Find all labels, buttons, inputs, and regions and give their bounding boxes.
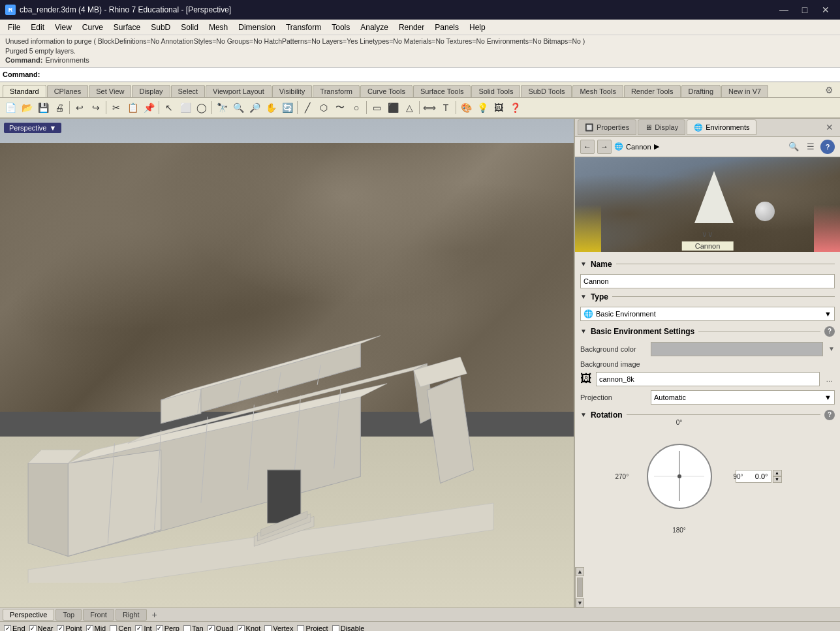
tool-copy[interactable]: 📋 <box>125 100 140 115</box>
nav-search-button[interactable]: 🔍 <box>786 140 801 154</box>
tool-paste[interactable]: 📌 <box>141 100 157 115</box>
tool-print[interactable]: 🖨 <box>52 100 67 115</box>
maximize-button[interactable]: □ <box>796 1 814 19</box>
tool-material[interactable]: 🎨 <box>458 100 474 115</box>
type-dropdown[interactable]: 🌐 Basic Environment ▼ <box>580 307 835 321</box>
osnap-perp-checkbox[interactable]: ✓ <box>156 625 163 631</box>
tool-save[interactable]: 💾 <box>35 100 51 115</box>
tab-surface-tools[interactable]: Surface Tools <box>413 85 471 97</box>
menu-render[interactable]: Render <box>394 20 429 35</box>
osnap-quad-checkbox[interactable]: ✓ <box>208 625 215 631</box>
scroll-thumb[interactable] <box>577 577 583 597</box>
osnap-disable-checkbox[interactable] <box>332 625 339 631</box>
tool-rotate[interactable]: 🔄 <box>279 100 295 115</box>
tab-setview[interactable]: Set View <box>89 85 131 97</box>
tool-open[interactable]: 📂 <box>19 100 35 115</box>
tab-environments[interactable]: 🌐 Environments <box>687 119 756 135</box>
osnap-knot-checkbox[interactable]: ✓ <box>238 625 245 631</box>
tool-zoom-extent[interactable]: 🔭 <box>214 100 230 115</box>
vp-tab-front[interactable]: Front <box>83 609 114 621</box>
projection-dropdown[interactable]: Automatic ▼ <box>651 390 835 405</box>
tab-mesh-tools[interactable]: Mesh Tools <box>572 85 623 97</box>
tool-window-select[interactable]: ⬜ <box>178 100 193 115</box>
tab-display[interactable]: Display <box>132 85 170 97</box>
menu-tools[interactable]: Tools <box>326 20 355 35</box>
menu-edit[interactable]: Edit <box>25 20 50 35</box>
rotation-help[interactable]: ? <box>824 410 835 420</box>
tab-render-tools[interactable]: Render Tools <box>624 85 681 97</box>
viewport[interactable]: Perspective ▼ <box>0 119 574 608</box>
tool-select[interactable]: ↖ <box>161 100 177 115</box>
menu-subd[interactable]: SubD <box>146 20 176 35</box>
rotation-decrement-button[interactable]: ▼ <box>773 476 782 483</box>
vp-tab-right[interactable]: Right <box>116 609 147 621</box>
tab-standard[interactable]: Standard <box>3 85 46 97</box>
minimize-button[interactable]: — <box>775 1 793 19</box>
tab-visibility[interactable]: Visibility <box>272 85 313 97</box>
nav-forward-button[interactable]: → <box>597 140 612 154</box>
panel-close-button[interactable]: ✕ <box>822 121 837 134</box>
osnap-cen-checkbox[interactable] <box>110 625 117 631</box>
tool-curve[interactable]: 〜 <box>332 100 348 115</box>
tool-text[interactable]: T <box>438 100 454 115</box>
basic-env-toggle[interactable]: ▼ <box>580 328 587 335</box>
tool-dimension[interactable]: ⟺ <box>422 100 437 115</box>
tool-polyline[interactable]: ⬡ <box>316 100 332 115</box>
tab-select[interactable]: Select <box>171 85 206 97</box>
tool-cut[interactable]: ✂ <box>108 100 124 115</box>
osnap-project-checkbox[interactable] <box>297 625 304 631</box>
tool-light[interactable]: 💡 <box>474 100 490 115</box>
tool-pan[interactable]: ✋ <box>263 100 279 115</box>
rotation-dial[interactable] <box>647 444 712 509</box>
tool-surface[interactable]: ▭ <box>369 100 384 115</box>
vp-tab-perspective[interactable]: Perspective <box>3 609 54 621</box>
name-section-toggle[interactable]: ▼ <box>580 260 587 268</box>
osnap-point-checkbox[interactable]: ✓ <box>57 625 64 631</box>
menu-curve[interactable]: Curve <box>77 20 108 35</box>
tab-properties[interactable]: 🔲 Properties <box>578 119 636 135</box>
menu-mesh[interactable]: Mesh <box>204 20 233 35</box>
tool-zoom-in[interactable]: 🔍 <box>230 100 246 115</box>
basic-env-help[interactable]: ? <box>824 326 835 337</box>
tab-subd-tools[interactable]: SubD Tools <box>521 85 572 97</box>
tool-zoom-out[interactable]: 🔎 <box>247 100 262 115</box>
osnap-near-checkbox[interactable]: ✓ <box>29 625 37 631</box>
tool-new[interactable]: 📄 <box>3 100 18 115</box>
menu-surface[interactable]: Surface <box>108 20 146 35</box>
viewport-label[interactable]: Perspective ▼ <box>4 123 61 133</box>
menu-view[interactable]: View <box>50 20 77 35</box>
tab-transform[interactable]: Transform <box>313 85 360 97</box>
close-button[interactable]: ✕ <box>817 1 835 19</box>
tool-extrude[interactable]: ⬛ <box>385 100 401 115</box>
menu-help[interactable]: Help <box>464 20 491 35</box>
bg-color-swatch[interactable] <box>651 342 823 356</box>
tool-help[interactable]: ❓ <box>507 100 523 115</box>
nav-help-button[interactable]: ? <box>820 140 835 154</box>
nav-back-button[interactable]: ← <box>580 140 595 154</box>
command-input[interactable] <box>42 70 837 78</box>
tab-cplanes[interactable]: CPlanes <box>47 85 89 97</box>
vp-tab-add-button[interactable]: + <box>148 608 161 621</box>
type-section-toggle[interactable]: ▼ <box>580 293 587 300</box>
tab-curve-tools[interactable]: Curve Tools <box>360 85 412 97</box>
osnap-vertex-checkbox[interactable] <box>264 625 272 631</box>
preview-chevrons[interactable]: ∨∨ <box>702 230 713 239</box>
menu-transform[interactable]: Transform <box>281 20 326 35</box>
osnap-tan-checkbox[interactable] <box>183 625 191 631</box>
name-input[interactable] <box>580 274 835 288</box>
menu-file[interactable]: File <box>3 20 25 35</box>
vp-tab-top[interactable]: Top <box>55 609 82 621</box>
rotation-increment-button[interactable]: ▲ <box>773 470 782 476</box>
tool-mesh[interactable]: △ <box>401 100 417 115</box>
menu-analyze[interactable]: Analyze <box>355 20 394 35</box>
tab-solid-tools[interactable]: Solid Tools <box>471 85 520 97</box>
tool-lasso[interactable]: ◯ <box>194 100 210 115</box>
rotation-toggle[interactable]: ▼ <box>580 411 587 418</box>
osnap-mid-checkbox[interactable]: ✓ <box>86 625 93 631</box>
tab-drafting[interactable]: Drafting <box>681 85 721 97</box>
scroll-up-button[interactable]: ▲ <box>576 567 584 576</box>
tool-line[interactable]: ╱ <box>300 100 315 115</box>
scroll-down-button[interactable]: ▼ <box>576 598 584 608</box>
menu-dimension[interactable]: Dimension <box>233 20 281 35</box>
osnap-int-checkbox[interactable]: ✓ <box>135 625 142 631</box>
